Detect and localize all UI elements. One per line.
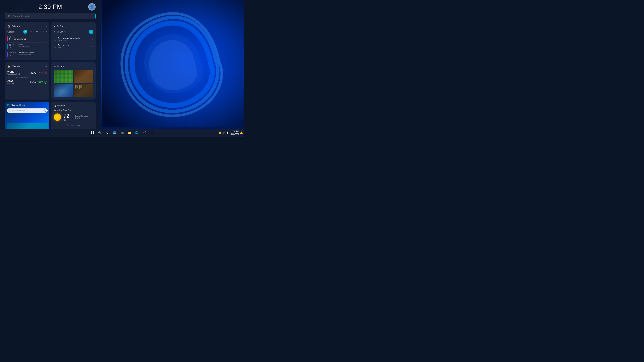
todo-star-expense[interactable]: ☆ (91, 38, 93, 40)
todo-title-row: ✔ To Do (54, 25, 63, 28)
cal-date-today[interactable]: 20 (23, 30, 27, 34)
stock-divider: You may be interested in (8, 76, 47, 79)
todo-my-day-label: ☀ My Day › (54, 31, 65, 33)
taskbar-widgets-btn[interactable] (111, 129, 118, 136)
cal-event-bar-blue (8, 44, 8, 49)
todo-menu-btn[interactable]: ··· (91, 24, 93, 28)
weather-rain-value: 0% (77, 117, 80, 119)
photo-thumb-3[interactable] (54, 84, 73, 97)
photos-header: ☁ Photos ··· (54, 64, 93, 68)
cal-chevron-icon[interactable]: › (46, 30, 47, 34)
watchlist-icon: 🏠 (8, 65, 10, 68)
search-input[interactable] (12, 15, 93, 17)
taskbar-search-btn[interactable]: 🔍 (96, 129, 103, 136)
stock-ctsp-indicator: + (44, 81, 47, 84)
cal-event-bar-purple (8, 52, 8, 57)
todo-star-groceries[interactable]: ☆ (91, 45, 93, 48)
todo-add-btn[interactable]: + (89, 30, 93, 34)
watchlist-header: 🏠 Watchlist ··· (8, 64, 47, 68)
photos-menu-btn[interactable]: ··· (91, 64, 93, 68)
photos-title-row: ☁ Photos (54, 65, 64, 68)
stock-wgrb-symbol: WGRB (8, 70, 20, 73)
edge-search-bar[interactable]: 🔍 🔍 (7, 108, 48, 113)
user-avatar[interactable]: 👤 (88, 3, 96, 10)
weather-menu-btn[interactable]: ··· (91, 104, 93, 107)
photo-thumb-1[interactable] (54, 70, 73, 83)
panel-time: 2:30 PM (38, 3, 62, 10)
weather-description: Strong UV today (74, 115, 88, 117)
cal-event-sales-title: Sales Presentation (18, 51, 34, 53)
edge-search-btn[interactable]: 🔍 (43, 109, 46, 112)
edge-menu-btn[interactable]: ··· (45, 103, 48, 107)
taskbar-right: 🔺 📶 🔊 🔋 2:30 PM 10/20/2021 🔔 (215, 130, 243, 135)
calendar-header: 📅 Calendar ··· (8, 24, 47, 28)
cal-event-sales-time: 3:30 PM1h (9, 51, 17, 57)
edge-icon: 🌐 (7, 104, 10, 106)
cal-date-22[interactable]: 22 (35, 30, 39, 34)
stock-ctsp-info: CTSP Contoso (8, 80, 14, 84)
cal-event-sales: 3:30 PM1h Sales Presentation Teams Meeti… (8, 50, 47, 58)
cal-event-lunch-title: Lunch (18, 43, 29, 45)
start-button[interactable] (89, 129, 96, 136)
stock-wgrb-price-row: 435.75 -1.67% ↓ (29, 71, 47, 74)
battery-icon[interactable]: 🔋 (226, 132, 229, 134)
todo-item-expense: Review expense reports Q4 planning ☆ (54, 36, 93, 43)
taskbar-store-btn[interactable]: 🛒 (141, 129, 148, 136)
weather-main-row: 72 °F °C Strong UV today 💧 0% (54, 113, 93, 121)
stock-item-ctsp: CTSP Contoso 23.98 +2.23% + (8, 79, 47, 85)
todo-sun-icon: ☀ (54, 31, 56, 33)
watchlist-menu-btn[interactable]: ··· (44, 64, 47, 68)
taskbar-clock[interactable]: 2:30 PM 10/20/2021 (230, 130, 239, 135)
sys-icons: 🔺 📶 🔊 🔋 (215, 132, 229, 134)
cal-allday-label: All day (9, 36, 26, 38)
cal-date-21[interactable]: 21 (29, 30, 33, 34)
cal-dates: 20 21 22 23 › (23, 30, 47, 34)
weather-icon: 🌤 (54, 104, 56, 107)
todo-text-expense: Review expense reports Q4 planning (58, 37, 90, 41)
network-icon[interactable]: 🔺 (215, 132, 217, 134)
edge-search-input[interactable] (12, 110, 42, 112)
taskbar-taskview-btn[interactable]: ⧉ (104, 129, 111, 136)
widget-grid-row1: 📅 Calendar ··· October 20 21 22 23 › (5, 22, 96, 60)
taskbar-edge-btn[interactable]: 🌐 (134, 129, 140, 136)
calendar-menu-btn[interactable]: ··· (44, 24, 47, 28)
todo-dropdown-icon[interactable]: › (64, 31, 65, 33)
weather-rain-row: 💧 0% (74, 117, 88, 119)
cal-date-23[interactable]: 23 (40, 30, 44, 34)
wifi-icon[interactable]: 📶 (218, 132, 221, 134)
photo-thumb-2[interactable] (74, 70, 93, 83)
todo-checkbox-groceries[interactable] (54, 45, 56, 48)
cal-event-birthday: All day Sophia's Birthday 🎂 (8, 35, 47, 42)
weather-forecast-link[interactable]: See full forecast (54, 123, 93, 126)
stock-item-wgrb: WGRB Woodgrove Bank 435.75 -1.67% ↓ (8, 70, 47, 76)
edge-preview-image (7, 123, 48, 129)
weather-conditions: Strong UV today 💧 0% (74, 115, 88, 119)
photos-icon: ☁ (54, 65, 56, 68)
todo-checkbox-expense[interactable] (54, 38, 56, 40)
search-icon: 🔍 (8, 14, 11, 17)
photo-thumb-4[interactable] (74, 84, 93, 97)
todo-title-expense: Review expense reports (58, 37, 90, 39)
taskbar-mail-btn[interactable]: ✉ (148, 129, 155, 136)
volume-icon[interactable]: 🔊 (222, 132, 225, 134)
todo-title-groceries: Buy groceries (58, 44, 90, 46)
weather-rain-icon: 💧 (74, 117, 77, 119)
notifications-btn[interactable]: 🔔 (240, 131, 243, 134)
taskbar-teams-btn[interactable]: 📹 (119, 129, 126, 136)
widgets-panel: 2:30 PM 👤 🔍 📅 Calendar ··· October 20 21 (0, 0, 100, 129)
stock-wgrb-change: -1.67% (37, 72, 43, 74)
weather-temp-block: 72 °F °C (64, 113, 72, 121)
edge-search-icon: 🔍 (8, 109, 11, 112)
weather-temp-value: 72 (64, 113, 70, 119)
search-bar[interactable]: 🔍 (5, 13, 96, 19)
weather-widget: 🌤 Weather ··· 🏠 Valley Park, CA 72 °F °C… (51, 102, 96, 129)
taskbar-explorer-btn[interactable]: 📁 (126, 129, 133, 136)
wallpaper-swirl (102, 0, 244, 127)
cal-event-lunch-text: Lunch Omar Bennet (18, 43, 29, 48)
weather-header: 🌤 Weather ··· (54, 104, 93, 107)
todo-item-groceries: Buy groceries Tasks ☆ (54, 43, 93, 50)
edge-widget: 🌐 Microsoft Edge ··· 🔍 🔍 📍 Ikema Ohashi,… (5, 102, 49, 129)
weather-location-row: 🏠 Valley Park, CA (54, 109, 93, 111)
cal-event-sales-time-col: 3:30 PM1h (9, 51, 17, 57)
windows-logo (91, 131, 94, 134)
